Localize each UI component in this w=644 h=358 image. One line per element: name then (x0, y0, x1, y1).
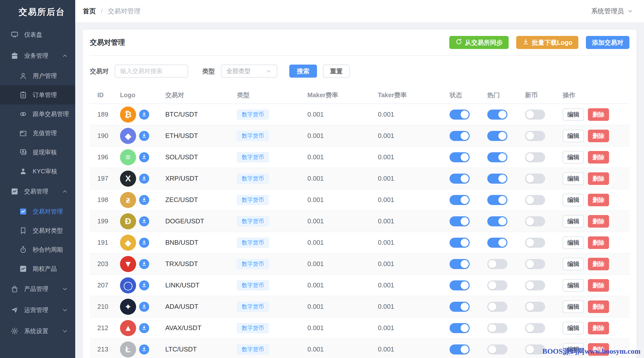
add-trading-pair-button[interactable]: 添加交易对 (586, 36, 629, 49)
new-coin-toggle[interactable] (525, 195, 545, 205)
hot-toggle[interactable] (487, 216, 507, 226)
download-logo-badge-button[interactable] (139, 174, 149, 184)
new-coin-toggle[interactable] (525, 259, 545, 269)
delete-button[interactable]: 删除 (588, 258, 609, 270)
sync-from-exchange-button[interactable]: 从交易所同步 (449, 36, 509, 49)
sidebar-item-用户管理[interactable]: 用户管理 (0, 66, 75, 85)
sidebar-item-仪表盘[interactable]: 仪表盘 (0, 24, 75, 45)
download-logo-badge-button[interactable] (139, 238, 149, 248)
delete-button[interactable]: 删除 (588, 172, 609, 185)
column-header: 热门 (487, 91, 525, 99)
new-coin-toggle[interactable] (525, 216, 545, 226)
new-coin-toggle[interactable] (525, 131, 545, 141)
sidebar-item-秒合约周期[interactable]: 秒合约周期 (0, 240, 75, 259)
sidebar-item-提现审核[interactable]: 提现审核 (0, 143, 75, 162)
download-logo-badge-button[interactable] (139, 344, 149, 354)
hot-toggle[interactable] (487, 152, 507, 162)
new-coin-toggle[interactable] (525, 110, 545, 120)
status-toggle[interactable] (450, 131, 470, 141)
edit-button[interactable]: 编辑 (563, 236, 584, 249)
status-toggle[interactable] (450, 174, 470, 184)
hot-toggle[interactable] (487, 110, 507, 120)
new-coin-toggle[interactable] (525, 302, 545, 312)
delete-button[interactable]: 删除 (588, 300, 609, 313)
download-logo-badge-button[interactable] (139, 131, 149, 141)
type-select[interactable]: 全部类型 (221, 65, 277, 78)
sidebar-item-运营管理[interactable]: 运营管理 (0, 299, 75, 321)
sidebar-item-订单管理[interactable]: 订单管理 (0, 85, 75, 105)
delete-button[interactable]: 删除 (588, 130, 609, 142)
download-logo-badge-button[interactable] (139, 110, 149, 120)
status-toggle[interactable] (450, 152, 470, 162)
sidebar-item-跟单交易管理[interactable]: 跟单交易管理 (0, 105, 75, 124)
edit-button[interactable]: 编辑 (563, 151, 584, 164)
edit-button[interactable]: 编辑 (563, 258, 584, 270)
delete-button[interactable]: 删除 (588, 108, 609, 121)
edit-button[interactable]: 编辑 (563, 215, 584, 228)
delete-button[interactable]: 删除 (588, 343, 609, 356)
delete-button[interactable]: 删除 (588, 151, 609, 164)
download-logo-badge-button[interactable] (139, 323, 149, 333)
hot-toggle[interactable] (487, 131, 507, 141)
status-toggle[interactable] (450, 280, 470, 290)
edit-button[interactable]: 编辑 (563, 343, 584, 356)
hot-toggle[interactable] (487, 280, 507, 290)
edit-button[interactable]: 编辑 (563, 322, 584, 334)
download-logo-badge-button[interactable] (139, 280, 149, 290)
status-toggle[interactable] (450, 238, 470, 248)
status-toggle[interactable] (450, 110, 470, 120)
batch-download-logo-button[interactable]: 批量下载Logo (516, 36, 578, 49)
download-logo-badge-button[interactable] (139, 152, 149, 162)
status-toggle[interactable] (450, 259, 470, 269)
new-coin-toggle[interactable] (525, 280, 545, 290)
reset-button[interactable]: 重置 (323, 65, 350, 78)
sidebar-item-充值管理[interactable]: 充值管理 (0, 124, 75, 143)
edit-button[interactable]: 编辑 (563, 279, 584, 292)
new-coin-toggle[interactable] (525, 174, 545, 184)
download-logo-badge-button[interactable] (139, 259, 149, 269)
delete-button[interactable]: 删除 (588, 194, 609, 206)
search-button[interactable]: 搜索 (289, 65, 317, 78)
new-coin-toggle[interactable] (525, 344, 545, 354)
hot-toggle[interactable] (487, 302, 507, 312)
new-coin-toggle[interactable] (525, 323, 545, 333)
hot-toggle[interactable] (487, 195, 507, 205)
hot-toggle[interactable] (487, 259, 507, 269)
status-toggle[interactable] (450, 344, 470, 354)
hot-toggle[interactable] (487, 238, 507, 248)
sidebar-item-交易对类型[interactable]: 交易对类型 (0, 221, 75, 240)
pair-search-input[interactable] (115, 65, 188, 78)
edit-button[interactable]: 编辑 (563, 130, 584, 142)
table-row: 199ÐDOGE/USDT数字货币0.0010.001编辑删除 (90, 211, 629, 232)
download-logo-badge-button[interactable] (139, 302, 149, 312)
admin-dropdown[interactable]: 系统管理员 (591, 7, 633, 16)
delete-button[interactable]: 删除 (588, 279, 609, 292)
hot-toggle[interactable] (487, 323, 507, 333)
delete-button[interactable]: 删除 (588, 322, 609, 334)
sidebar-item-交易对管理[interactable]: 交易对管理 (0, 202, 75, 221)
download-logo-badge-button[interactable] (139, 195, 149, 205)
sidebar-item-系统设置[interactable]: 系统设置 (0, 321, 75, 342)
delete-button[interactable]: 删除 (588, 215, 609, 228)
status-toggle[interactable] (450, 323, 470, 333)
sidebar-item-交易管理[interactable]: 交易管理 (0, 181, 75, 202)
delete-button[interactable]: 删除 (588, 236, 609, 249)
edit-button[interactable]: 编辑 (563, 194, 584, 206)
sidebar-item-业务管理[interactable]: 业务管理 (0, 45, 75, 66)
download-logo-badge-button[interactable] (139, 216, 149, 226)
breadcrumb-home[interactable]: 首页 (83, 7, 96, 16)
bag-icon (10, 284, 19, 293)
sidebar-item-KYC审核[interactable]: KYC审核 (0, 162, 75, 181)
edit-button[interactable]: 编辑 (563, 108, 584, 121)
edit-button[interactable]: 编辑 (563, 300, 584, 313)
hot-toggle[interactable] (487, 344, 507, 354)
new-coin-toggle[interactable] (525, 238, 545, 248)
status-toggle[interactable] (450, 302, 470, 312)
sidebar-item-期权产品[interactable]: 期权产品 (0, 259, 75, 278)
new-coin-toggle[interactable] (525, 152, 545, 162)
hot-toggle[interactable] (487, 174, 507, 184)
sidebar-item-产品管理[interactable]: 产品管理 (0, 278, 75, 299)
status-toggle[interactable] (450, 216, 470, 226)
status-toggle[interactable] (450, 195, 470, 205)
edit-button[interactable]: 编辑 (563, 172, 584, 185)
